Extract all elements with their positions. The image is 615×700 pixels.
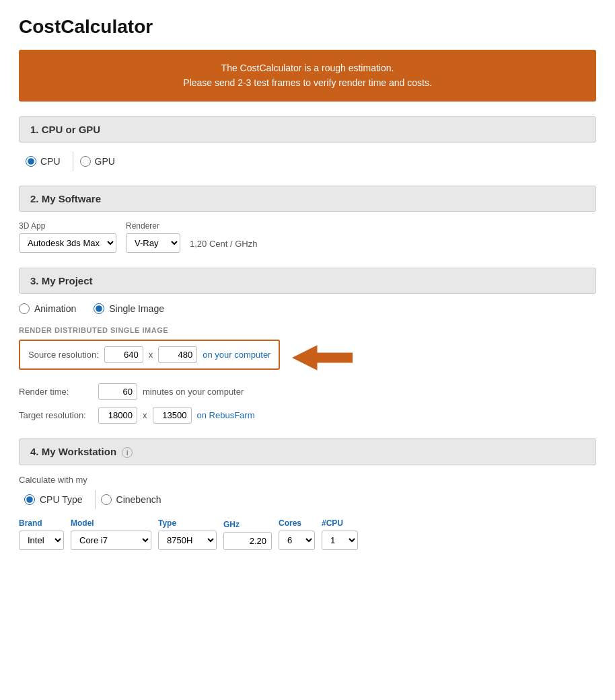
section4-header-text: 4. My Workstation [30,446,116,457]
ghz-input[interactable] [223,532,272,550]
cinebench-option[interactable]: Cinebench [95,490,174,509]
cpu-type-option[interactable]: CPU Type [19,490,95,509]
ncpu-select[interactable]: 1 2 4 [322,531,358,550]
animation-option[interactable]: Animation [19,303,76,314]
app-select[interactable]: Autodesk 3ds Max Cinema 4D Maya Blender [19,233,116,253]
gpu-option[interactable]: GPU [73,152,127,171]
brand-select[interactable]: Intel AMD [19,531,64,550]
single-image-label: Single Image [109,303,164,314]
svg-marker-0 [292,346,353,371]
section4-header: 4. My Workstation i [19,438,596,465]
render-time-suffix: minutes on your computer [143,387,244,397]
target-x-input[interactable] [98,407,137,424]
animation-radio[interactable] [19,303,30,314]
section1-header: 1. CPU or GPU [19,116,596,143]
section-cpu-gpu: 1. CPU or GPU CPU GPU [19,116,596,171]
source-suffix: on your computer [203,350,270,360]
single-image-option[interactable]: Single Image [94,303,164,314]
ghz-label: GHz [223,520,272,529]
gpu-radio[interactable] [80,156,91,167]
section-project: 3. My Project Animation Single Image REN… [19,268,596,424]
source-x-input[interactable] [104,346,143,363]
target-resolution-row: Target resolution: x on RebusFarm [19,407,596,424]
type-label: Type [158,518,217,528]
price-label: 1,20 Cent / GHzh [190,239,257,253]
ghz-field: GHz [223,520,272,550]
render-sublabel: RENDER DISTRIBUTED SINGLE IMAGE [19,326,596,334]
source-resolution-container: Source resolution: x on your computer [19,340,596,377]
cpu-gpu-radio-group: CPU GPU [19,152,596,171]
cores-select[interactable]: 6 4 8 12 [279,531,315,550]
cpu-option[interactable]: CPU [19,152,73,171]
render-time-row: Render time: minutes on your computer [19,383,596,400]
renderer-select[interactable]: V-Ray Arnold Corona Cycles [126,233,180,253]
cores-field: Cores 6 4 8 12 [279,518,315,550]
banner-line2: Please send 2-3 test frames to verify re… [32,75,583,90]
source-y-input[interactable] [158,346,197,363]
banner-line1: The CostCalculator is a rough estimation… [32,61,583,75]
app-field-group: 3D App Autodesk 3ds Max Cinema 4D Maya B… [19,221,116,253]
renderer-field-group: Renderer V-Ray Arnold Corona Cycles [126,221,180,253]
cinebench-label: Cinebench [116,494,161,505]
single-image-radio[interactable] [94,303,104,314]
app-label: 3D App [19,221,116,231]
cpu-radio[interactable] [26,156,36,167]
gpu-label: GPU [95,156,115,167]
target-label: Target resolution: [19,410,93,420]
type-field: Type 8750H 8700K 9900K 7700HQ [158,518,217,550]
cores-label: Cores [279,518,315,528]
source-label: Source resolution: [28,350,99,360]
cinebench-radio[interactable] [101,494,112,505]
workstation-radio-group: CPU Type Cinebench [19,490,596,509]
arrow-icon [292,340,353,376]
model-label: Model [71,518,151,528]
type-select[interactable]: 8750H 8700K 9900K 7700HQ [158,531,217,550]
renderer-label: Renderer [126,221,180,231]
section3-header: 3. My Project [19,268,596,294]
render-time-input[interactable] [98,383,137,400]
section-software: 2. My Software 3D App Autodesk 3ds Max C… [19,186,596,253]
page-title: CostCalculator [19,16,596,38]
info-banner: The CostCalculator is a rough estimation… [19,50,596,102]
target-x-separator: x [143,410,147,420]
source-resolution-box: Source resolution: x on your computer [19,340,280,370]
brand-label: Brand [19,518,64,528]
software-field-row: 3D App Autodesk 3ds Max Cinema 4D Maya B… [19,221,596,253]
cpu-type-label: CPU Type [40,494,83,505]
section-workstation: 4. My Workstation i Calculate with my CP… [19,438,596,550]
project-type-radio-group: Animation Single Image [19,303,596,314]
cpu-label: CPU [40,156,61,167]
model-field: Model Core i7 Core i5 Core i9 Xeon [71,518,151,550]
calculate-label: Calculate with my [19,475,596,485]
brand-row: Brand Intel AMD Model Core i7 Core i5 Co… [19,518,596,550]
ncpu-label: #CPU [322,518,358,528]
source-x-separator: x [149,350,153,360]
animation-label: Animation [34,303,76,314]
render-time-label: Render time: [19,387,93,397]
model-select[interactable]: Core i7 Core i5 Core i9 Xeon [71,531,151,550]
ncpu-field: #CPU 1 2 4 [322,518,358,550]
section2-header: 2. My Software [19,186,596,212]
target-y-input[interactable] [153,407,192,424]
info-icon[interactable]: i [122,447,133,458]
target-suffix: on RebusFarm [197,410,255,420]
cpu-type-radio[interactable] [24,494,35,505]
brand-field: Brand Intel AMD [19,518,64,550]
